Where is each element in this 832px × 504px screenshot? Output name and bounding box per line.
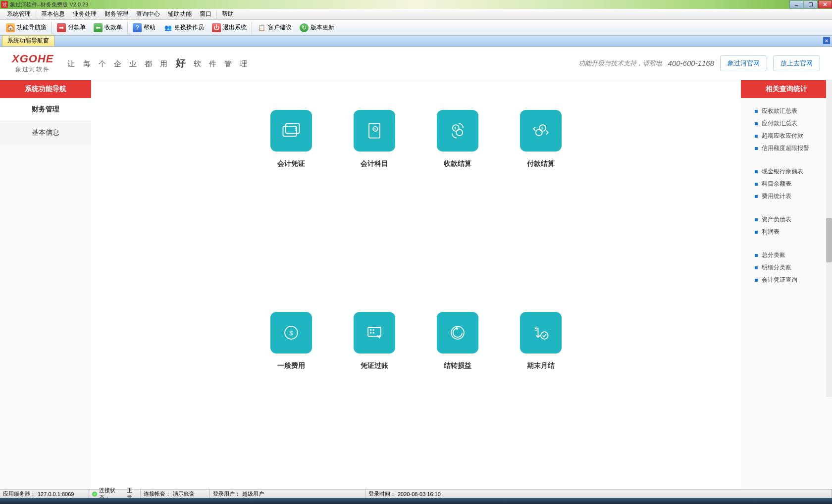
menu-aux[interactable]: 辅助功能 (164, 10, 196, 18)
svg-rect-19 (368, 327, 381, 336)
tab-close-icon[interactable]: ✕ (823, 37, 830, 44)
svg-point-20 (370, 330, 371, 331)
content-area: $会计凭证$会计科目$收款结算$付款结算$一般费用凭证过账结转损益$期末月结 (91, 80, 741, 489)
help-icon: ? (133, 23, 142, 32)
official-site-button[interactable]: 象过河官网 (720, 55, 767, 71)
tile-label: 付款结算 (527, 159, 555, 168)
close-button[interactable] (818, 0, 832, 8)
tile-subject[interactable]: $会计科目 (342, 110, 407, 287)
pay-icon: ➡ (57, 23, 66, 32)
sidebar-header: 系统功能导航 (0, 80, 91, 98)
menu-biz[interactable]: 业务处理 (69, 10, 101, 18)
tab-nav-window[interactable]: 系统功能导航窗 (2, 35, 54, 46)
toolbar-exit[interactable]: ⏻退出系统 (208, 21, 251, 35)
menu-finance[interactable]: 财务管理 (101, 10, 132, 18)
tile-carry[interactable]: 结转损益 (425, 312, 490, 489)
right-sidebar: 相关查询统计 应收款汇总表应付款汇总表超期应收应付款信用额度超限报警现金银行余额… (741, 80, 832, 489)
svg-text:$: $ (374, 127, 376, 131)
post-icon (354, 312, 395, 353)
main-area: 系统功能导航 财务管理基本信息 $会计凭证$会计科目$收款结算$付款结算$一般费… (0, 80, 832, 489)
tile-label: 会计科目 (361, 159, 388, 168)
toolbar: 🏠功能导航窗 ➡付款单 ⬅收款单 ?帮助 👥更换操作员 ⏻退出系统 📋客户建议 … (0, 20, 832, 36)
svg-point-23 (373, 332, 374, 333)
window-title: 象过河软件--财务免费版 V2.0.23 (10, 1, 88, 8)
report-link[interactable]: 应收款汇总表 (755, 105, 832, 117)
sidebar-item-0[interactable]: 财务管理 (0, 98, 91, 121)
status-acct: 连接帐套：演示账套 (141, 490, 210, 498)
tile-fee[interactable]: $一般费用 (259, 312, 323, 489)
report-link[interactable]: 费用统计表 (755, 190, 832, 202)
toolbar-pay[interactable]: ➡付款单 (53, 21, 90, 35)
menu-query[interactable]: 查询中心 (132, 10, 164, 18)
support-phone: 400-600-1168 (668, 59, 714, 67)
svg-text:$: $ (534, 326, 537, 332)
tile-voucher[interactable]: $会计凭证 (259, 110, 323, 287)
report-link[interactable]: 科目余额表 (755, 178, 832, 190)
toolbar-nav[interactable]: 🏠功能导航窗 (2, 21, 51, 35)
report-link[interactable]: 超期应收应付款 (755, 130, 832, 142)
support-text: 功能升级与技术支持，请致电 (578, 59, 662, 68)
tile-pay[interactable]: $付款结算 (509, 110, 573, 287)
svg-text:$: $ (541, 126, 543, 130)
report-link[interactable]: 总分类账 (755, 249, 832, 261)
toolbar-feedback[interactable]: 📋客户建议 (253, 21, 296, 35)
rightbar-header: 相关查询统计 (741, 80, 832, 98)
statusbar: 应用服务器：127.0.0.1:8069 连接状态：正常 连接帐套：演示账套 登… (0, 489, 832, 498)
scrollbar-thumb[interactable] (826, 218, 832, 262)
report-link[interactable]: 明细分类账 (755, 261, 832, 274)
fee-icon: $ (270, 312, 312, 353)
brand-header: XGOHE 象过河软件 让 每 个 企 业 都 用 好 软 件 管 理 功能升级… (0, 47, 832, 80)
report-link[interactable]: 应付款汇总表 (755, 117, 832, 130)
update-icon: ↻ (300, 23, 309, 32)
status-ok-icon (92, 492, 97, 497)
status-user: 登录用户：超级用户 (210, 490, 365, 498)
tile-recv[interactable]: $收款结算 (425, 110, 490, 287)
tile-label: 结转损益 (444, 361, 471, 370)
tile-post[interactable]: 凭证过账 (342, 312, 407, 489)
report-link[interactable]: 资产负债表 (755, 213, 832, 226)
toolbar-recv[interactable]: ⬅收款单 (90, 21, 126, 35)
svg-text:$: $ (295, 127, 297, 132)
recv-icon: $ (437, 110, 478, 151)
note-icon: 📋 (257, 23, 266, 32)
user-switch-icon: 👥 (163, 23, 172, 32)
upload-site-button[interactable]: 放上去官网 (773, 55, 820, 71)
left-sidebar: 系统功能导航 财务管理基本信息 (0, 80, 91, 489)
recv-icon: ⬅ (94, 23, 103, 32)
sidebar-item-1[interactable]: 基本信息 (0, 121, 91, 144)
tile-label: 会计凭证 (277, 159, 305, 168)
toolbar-switchuser[interactable]: 👥更换操作员 (159, 21, 208, 35)
tile-label: 凭证过账 (361, 361, 388, 370)
tabstrip: 系统功能导航窗 ✕ (0, 36, 832, 47)
svg-point-22 (370, 332, 371, 333)
minimize-button[interactable] (789, 0, 803, 8)
tile-label: 一般费用 (277, 361, 305, 370)
maximize-button[interactable] (804, 0, 818, 8)
svg-point-14 (536, 129, 542, 136)
report-link[interactable]: 会计凭证查询 (755, 274, 832, 286)
report-link[interactable]: 利润表 (755, 226, 832, 238)
os-taskbar (0, 498, 832, 504)
svg-point-12 (456, 129, 463, 136)
menu-system[interactable]: 系统管理 (3, 10, 35, 18)
menu-basic[interactable]: 基本信息 (37, 10, 69, 18)
slogan: 让 每 个 企 业 都 用 好 软 件 管 理 (67, 56, 250, 70)
report-link[interactable]: 现金银行余额表 (755, 165, 832, 178)
status-conn: 连接状态：正常 (89, 490, 141, 498)
subject-icon: $ (354, 110, 395, 151)
toolbar-update[interactable]: ↻版本更新 (296, 21, 338, 35)
pay-icon: $ (520, 110, 562, 151)
exit-icon: ⏻ (212, 23, 221, 32)
month-icon: $ (520, 312, 562, 353)
carry-icon (437, 312, 478, 353)
titlebar: 过 象过河软件--财务免费版 V2.0.23 (0, 0, 832, 9)
report-link[interactable]: 信用额度超限报警 (755, 142, 832, 154)
voucher-icon: $ (270, 110, 312, 151)
status-time: 登录时间：2020-08-03 16:10 (365, 490, 832, 498)
toolbar-help[interactable]: ?帮助 (129, 21, 159, 35)
tile-month[interactable]: $期末月结 (509, 312, 573, 489)
svg-text:$: $ (289, 329, 293, 337)
status-server: 应用服务器：127.0.0.1:8069 (0, 490, 89, 498)
menu-help[interactable]: 帮助 (218, 10, 238, 18)
menu-window[interactable]: 窗口 (196, 10, 215, 18)
